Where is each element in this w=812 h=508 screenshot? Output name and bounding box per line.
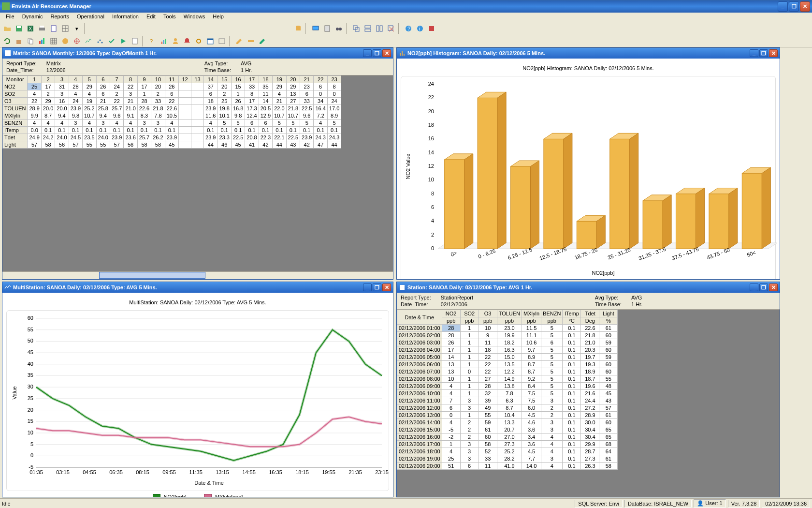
svg-marker-84: [497, 92, 506, 249]
station-infobar: Report Type: StationReport Avg Type: AVG…: [397, 293, 780, 310]
exit-icon[interactable]: [426, 23, 437, 34]
calendar-icon[interactable]: [205, 36, 216, 46]
minimize-button[interactable]: _: [778, 1, 788, 12]
hist-chart[interactable]: 024681012141618202224NO2 Value0>0 - 6.25…: [401, 76, 776, 279]
open-icon[interactable]: [2, 23, 13, 34]
excel-icon[interactable]: X: [25, 23, 36, 34]
menu-information[interactable]: Information: [108, 13, 143, 22]
station-avg-type-label: Avg Type:: [595, 295, 622, 300]
windrose-icon[interactable]: [72, 36, 82, 46]
ruler-icon[interactable]: [246, 36, 256, 46]
panel-multi-min[interactable]: _: [363, 284, 372, 291]
app-titlebar: Envista Air Resources Manager _ ❐ ✕: [0, 0, 812, 13]
svg-text:25: 25: [28, 395, 33, 401]
toolbar: X ▾ ? i ?: [0, 22, 812, 47]
svg-rect-52: [165, 39, 166, 44]
pencil-icon[interactable]: [257, 36, 268, 46]
matrix-grid[interactable]: Monitor123456789101112131415161718192021…: [2, 75, 393, 271]
menu-windows[interactable]: Windows: [180, 13, 209, 22]
monitor-icon[interactable]: [310, 23, 321, 34]
cascade-icon[interactable]: [351, 23, 362, 34]
bell-icon[interactable]: [182, 36, 192, 46]
panel-multi-title: MultiStation: SANOA Daily: 02/12/2006 Ty…: [13, 284, 157, 290]
station-icon[interactable]: [14, 36, 24, 46]
multi-chart-title: MultiStation: SANOA Daily: 02/12/2006 Ty…: [6, 299, 389, 305]
binoculars-icon[interactable]: [334, 23, 344, 34]
menu-file[interactable]: File: [2, 13, 18, 22]
svg-rect-86: [510, 166, 530, 249]
panel-station-min[interactable]: _: [750, 284, 758, 291]
panel-matrix-close[interactable]: ✕: [382, 49, 391, 57]
edit-icon[interactable]: [234, 36, 245, 46]
panel-hist-max[interactable]: ❐: [759, 49, 768, 57]
dropdown-icon[interactable]: ▾: [72, 23, 82, 34]
svg-text:18: 18: [428, 122, 434, 128]
panel-station-max[interactable]: ❐: [759, 284, 768, 291]
status-user: User: 1: [705, 500, 722, 506]
panel-station-close[interactable]: ✕: [769, 284, 778, 291]
svg-rect-90: [544, 139, 564, 249]
save-icon[interactable]: [14, 23, 24, 34]
panel-hist-close[interactable]: ✕: [769, 49, 778, 57]
multi-chart[interactable]: -5051015202530354045505560Value01:3503:1…: [6, 310, 389, 491]
menu-help[interactable]: Help: [209, 13, 228, 22]
table-icon[interactable]: [217, 36, 227, 46]
user-icon[interactable]: [170, 36, 181, 46]
preview-icon[interactable]: [48, 23, 59, 34]
help-icon[interactable]: ?: [403, 23, 414, 34]
status-sql: SQL Server: Envi: [575, 500, 623, 508]
svg-point-41: [62, 38, 68, 44]
panel-multi-close[interactable]: ✕: [382, 284, 391, 291]
menu-dynamic[interactable]: Dynamic: [18, 13, 47, 22]
menu-edit[interactable]: Edit: [143, 13, 160, 22]
panel-matrix: Matrix: SANOA Monthly: 12/2006 Type: Day…: [2, 47, 393, 280]
close-button[interactable]: ✕: [800, 1, 810, 12]
svg-rect-164: [400, 285, 405, 290]
print-icon[interactable]: [37, 23, 47, 34]
svg-marker-92: [564, 133, 572, 249]
svg-text:14: 14: [428, 149, 434, 155]
station-date-label: Date_Time:: [401, 301, 431, 307]
scatter-icon[interactable]: [95, 36, 105, 46]
play-icon[interactable]: [118, 36, 129, 46]
legend-swatch-mxlyln: [204, 494, 212, 497]
palette-icon[interactable]: [60, 36, 71, 46]
tilev-icon[interactable]: [374, 23, 385, 34]
check-icon[interactable]: [106, 36, 117, 46]
svg-point-53: [174, 38, 177, 41]
stats-icon[interactable]: [159, 36, 169, 46]
svg-text:30: 30: [28, 384, 33, 389]
svg-text:22: 22: [428, 94, 434, 100]
station-grid[interactable]: Date & TimeNO2SO2O3TOLUENMXlylnBENZNITem…: [397, 310, 780, 497]
matrix-icon[interactable]: [48, 36, 59, 46]
menu-reports[interactable]: Reports: [47, 13, 73, 22]
panel-multi-max[interactable]: ❐: [373, 284, 381, 291]
copy-icon[interactable]: [25, 36, 36, 46]
report-icon[interactable]: [130, 36, 140, 46]
svg-rect-102: [643, 201, 663, 249]
menu-operational[interactable]: Operational: [73, 13, 108, 22]
svg-text:Value: Value: [12, 386, 17, 399]
matrix-hscroll[interactable]: [2, 271, 393, 279]
chart2-icon[interactable]: [83, 36, 94, 46]
panel-matrix-min[interactable]: _: [363, 49, 372, 57]
gear-icon[interactable]: [193, 36, 204, 46]
svg-text:20: 20: [28, 407, 33, 413]
menu-tools[interactable]: Tools: [160, 13, 180, 22]
query-icon[interactable]: ?: [147, 36, 158, 46]
grid-icon[interactable]: [60, 23, 71, 34]
panel-hist-min[interactable]: _: [750, 49, 758, 57]
matrix-timebase-label: Time Base:: [204, 67, 231, 73]
db-icon[interactable]: [293, 23, 304, 34]
svg-text:18:15: 18:15: [295, 469, 309, 475]
svg-text:45: 45: [28, 349, 33, 355]
hist-panel-icon: [399, 50, 406, 57]
calc-icon[interactable]: [322, 23, 333, 34]
refresh-icon[interactable]: [2, 36, 13, 46]
tileh-icon[interactable]: [362, 23, 373, 34]
bar-chart-icon[interactable]: [37, 36, 47, 46]
closeall-icon[interactable]: [386, 23, 396, 34]
panel-matrix-max[interactable]: ❐: [373, 49, 381, 57]
info-icon[interactable]: i: [415, 23, 425, 34]
maximize-button[interactable]: ❐: [789, 1, 799, 12]
